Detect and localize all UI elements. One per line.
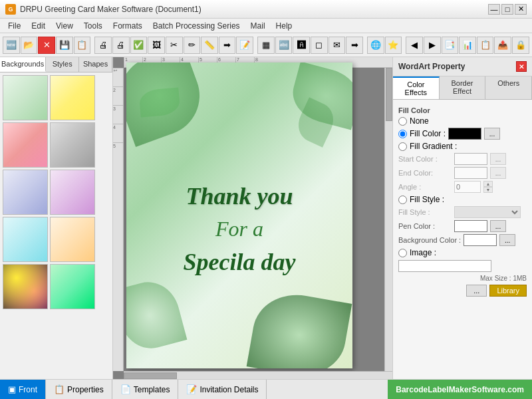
bg-color-browse-btn[interactable]: ... bbox=[499, 234, 515, 246]
action-browse-btn[interactable]: ... bbox=[466, 285, 487, 297]
greeting-card[interactable]: Thank you For a Specila day bbox=[126, 63, 352, 368]
tb-wordart[interactable]: 🅰 bbox=[293, 37, 310, 54]
tb-b5[interactable]: 🔒 bbox=[512, 37, 529, 54]
radio-image[interactable] bbox=[398, 249, 407, 257]
tab-shapes[interactable]: Shapes bbox=[79, 57, 112, 72]
bg-color-swatch[interactable] bbox=[464, 234, 497, 246]
tb-b3[interactable]: 📋 bbox=[477, 37, 494, 54]
tb-print2[interactable]: 🖨 bbox=[112, 37, 130, 54]
tb-star[interactable]: ⭐ bbox=[385, 37, 402, 54]
fill-style-select[interactable] bbox=[454, 206, 521, 218]
tb-cut[interactable]: ✂ bbox=[166, 37, 183, 54]
tb-email[interactable]: ✉ bbox=[329, 37, 346, 54]
close-button[interactable]: ✕ bbox=[515, 4, 527, 15]
tb-line[interactable]: 📏 bbox=[201, 37, 218, 54]
maximize-button[interactable]: □ bbox=[501, 4, 513, 15]
radio-fillstyle-label[interactable]: Fill Style : bbox=[410, 195, 444, 204]
menu-formats[interactable]: Formats bbox=[108, 20, 148, 32]
radio-none-label[interactable]: None bbox=[410, 116, 429, 126]
hscroll-thumb[interactable] bbox=[124, 372, 177, 379]
tb-draw[interactable]: ✏ bbox=[184, 37, 201, 54]
tb-next[interactable]: ▶ bbox=[424, 37, 441, 54]
wordart-close-button[interactable]: ✕ bbox=[516, 61, 527, 72]
minimize-button[interactable]: — bbox=[488, 4, 500, 15]
thumbnail-6[interactable] bbox=[50, 170, 95, 215]
tb-prev[interactable]: ◀ bbox=[406, 37, 423, 54]
thumbnail-8[interactable] bbox=[50, 217, 95, 262]
thumbnail-10[interactable] bbox=[50, 264, 95, 309]
tb-print[interactable]: 🖨 bbox=[94, 37, 112, 54]
tab-front[interactable]: ▣ Front bbox=[0, 380, 46, 399]
start-color-browse-btn[interactable]: ... bbox=[490, 153, 506, 165]
thumbnail-5[interactable] bbox=[3, 170, 48, 215]
end-color-swatch[interactable] bbox=[454, 167, 487, 179]
tb-open[interactable]: 📂 bbox=[21, 37, 38, 54]
library-btn[interactable]: Library bbox=[489, 285, 527, 297]
tb-arrow[interactable]: ➡ bbox=[219, 37, 236, 54]
fill-color-browse-btn[interactable]: ... bbox=[484, 128, 500, 140]
angle-up-btn[interactable]: ▲ bbox=[483, 181, 493, 187]
tb-b2[interactable]: 📊 bbox=[459, 37, 476, 54]
tab-properties[interactable]: 📋 Properties bbox=[46, 380, 112, 399]
tab-border-effect[interactable]: Border Effect bbox=[440, 76, 486, 99]
radio-fill-gradient[interactable] bbox=[398, 142, 407, 151]
end-color-browse-btn[interactable]: ... bbox=[490, 167, 506, 179]
thumbnail-7[interactable] bbox=[3, 217, 48, 262]
tb-text2[interactable]: 🔤 bbox=[275, 37, 293, 54]
fill-color-swatch[interactable] bbox=[448, 128, 481, 140]
thumbnail-1[interactable] bbox=[3, 75, 48, 120]
menu-tools[interactable]: Tools bbox=[78, 20, 108, 32]
horizontal-scrollbar[interactable] bbox=[124, 371, 392, 379]
angle-down-btn[interactable]: ▼ bbox=[483, 187, 493, 193]
radio-fill-label[interactable]: Fill Color : bbox=[410, 129, 446, 138]
tb-globe[interactable]: 🌐 bbox=[367, 37, 384, 54]
menu-batch[interactable]: Batch Processing Series bbox=[148, 20, 245, 32]
tb-check[interactable]: ✅ bbox=[130, 37, 148, 54]
tab-color-effects[interactable]: Color Effects bbox=[393, 76, 440, 99]
image-path-input[interactable] bbox=[398, 260, 491, 272]
canvas-area: 1 2 3 4 5 6 7 8 1 2 3 4 5 bbox=[113, 57, 392, 379]
tb-b4[interactable]: 📤 bbox=[494, 37, 511, 54]
angle-input[interactable] bbox=[454, 181, 481, 193]
menu-edit[interactable]: Edit bbox=[26, 20, 51, 32]
tb-new[interactable]: 🆕 bbox=[3, 37, 20, 54]
start-color-label: Start Color : bbox=[398, 155, 452, 163]
tb-barcode[interactable]: ▦ bbox=[257, 37, 275, 54]
tab-templates[interactable]: 📄 Templates bbox=[112, 380, 179, 399]
radio-fill-style[interactable] bbox=[398, 196, 407, 204]
start-color-swatch[interactable] bbox=[454, 153, 487, 165]
radio-gradient-label[interactable]: Fill Gradient : bbox=[410, 142, 457, 151]
pen-color-swatch[interactable] bbox=[454, 220, 487, 232]
vscroll-thumb[interactable] bbox=[386, 68, 392, 121]
tab-invitation[interactable]: 📝 Invitation Details bbox=[178, 380, 267, 399]
vertical-scrollbar[interactable] bbox=[384, 68, 392, 371]
pen-color-browse-btn[interactable]: ... bbox=[490, 220, 506, 232]
radio-fill-color[interactable] bbox=[398, 130, 407, 138]
tab-others[interactable]: Others bbox=[485, 76, 532, 99]
thumbnail-2[interactable] bbox=[50, 75, 95, 120]
tb-close-doc[interactable]: ✕ bbox=[38, 37, 55, 54]
titlebar-controls[interactable]: — □ ✕ bbox=[488, 4, 527, 15]
tab-styles[interactable]: Styles bbox=[46, 57, 79, 72]
menu-file[interactable]: File bbox=[3, 20, 26, 32]
tb-b1[interactable]: 📑 bbox=[442, 37, 459, 54]
tb-arrow2[interactable]: ➡ bbox=[346, 37, 363, 54]
tab-templates-label: Templates bbox=[134, 385, 170, 394]
radio-none[interactable] bbox=[398, 117, 407, 126]
tb-shape[interactable]: ◻ bbox=[311, 37, 328, 54]
thumbnail-9[interactable] bbox=[3, 264, 48, 309]
tb-img1[interactable]: 🖼 bbox=[148, 37, 165, 54]
tb-save2[interactable]: 📋 bbox=[74, 37, 91, 54]
menu-mail[interactable]: Mail bbox=[245, 20, 271, 32]
tb-text[interactable]: 📝 bbox=[236, 37, 253, 54]
thumbnail-4[interactable] bbox=[50, 122, 95, 168]
menu-help[interactable]: Help bbox=[271, 20, 298, 32]
thumbnail-3[interactable] bbox=[3, 122, 48, 168]
thumb-row-3 bbox=[3, 170, 110, 215]
card-text: Thank you For a Specila day bbox=[170, 169, 309, 289]
image-label[interactable]: Image : bbox=[410, 248, 436, 257]
tab-backgrounds[interactable]: Backgrounds bbox=[0, 57, 46, 72]
tb-save[interactable]: 💾 bbox=[56, 37, 73, 54]
toolbar: 🆕 📂 ✕ 💾 📋 🖨 🖨 ✅ 🖼 ✂ ✏ 📏 ➡ 📝 ▦ 🔤 🅰 ◻ ✉ ➡ … bbox=[0, 33, 532, 57]
menu-view[interactable]: View bbox=[51, 20, 78, 32]
